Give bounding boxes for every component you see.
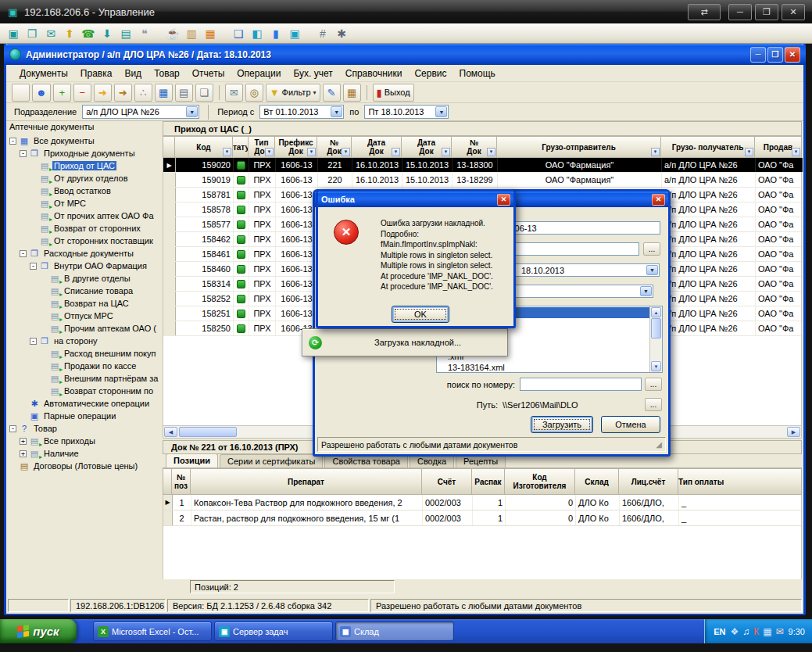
phone-icon[interactable]: ☎ — [80, 26, 96, 41]
menu-item[interactable]: Отчеты — [186, 66, 231, 81]
import-button[interactable]: ➜ — [94, 84, 112, 102]
tree-item[interactable]: ✱Автоматические операции — [8, 397, 163, 410]
filter-arrow-icon[interactable]: ▼ — [307, 148, 316, 156]
collapse-toggle[interactable]: - — [9, 138, 16, 145]
network-icon[interactable]: ▦ — [763, 626, 771, 637]
find-doc-button[interactable]: ◎ — [245, 84, 263, 102]
panel-icon[interactable]: ▮ — [268, 26, 284, 41]
column-header[interactable]: Счёт — [422, 468, 472, 495]
tab[interactable]: Позиции — [166, 453, 218, 468]
mail-button[interactable]: ✉ — [225, 84, 243, 102]
cancel-button[interactable]: Отмена — [601, 416, 660, 433]
steps-button[interactable]: ∴ — [134, 84, 152, 102]
remote-desktop-icon[interactable]: # — [315, 26, 331, 41]
browse-number-button[interactable]: ... — [643, 242, 660, 256]
safe-icon[interactable]: ▦ — [202, 26, 218, 41]
resize-grip[interactable]: ◢ — [656, 440, 662, 449]
filter-arrow-icon[interactable]: ▼ — [223, 148, 231, 156]
tree-item[interactable]: ▤Договоры (Лотовые цены) — [8, 460, 163, 472]
tree-item[interactable]: ▤От прочих аптек ОАО Фа — [8, 210, 163, 222]
outer-close-button[interactable]: ✕ — [782, 4, 805, 20]
language-indicator[interactable]: EN — [714, 627, 725, 636]
exit-button[interactable]: ▮Выход — [373, 84, 414, 102]
chevron-down-icon[interactable]: ▼ — [435, 106, 447, 117]
column-header[interactable]: № Док▼ — [452, 136, 497, 158]
filter-button[interactable]: ▼Фильтр▾ — [266, 84, 320, 102]
chevron-down-icon[interactable]: ▼ — [646, 265, 658, 275]
antivirus-icon[interactable]: К — [753, 626, 759, 637]
collapse-toggle[interactable]: - — [30, 263, 37, 270]
monitor-icon[interactable]: ❐ — [24, 26, 40, 41]
mug-icon[interactable]: ☕ — [165, 26, 181, 41]
database-icon[interactable]: ▤ — [118, 26, 134, 41]
column-header[interactable]: Тип Док▼ — [249, 136, 275, 158]
tree-item[interactable]: ▤От других отделов — [8, 172, 163, 184]
menu-item[interactable]: Помощь — [453, 66, 502, 81]
download-icon[interactable]: ⬇ — [99, 26, 115, 41]
dialog-titlebar[interactable]: Ошибка ✕ — [318, 192, 513, 207]
tree-item[interactable]: ▤Прочим аптекам ОАО ( — [8, 322, 163, 335]
column-header[interactable]: № Док▼ — [317, 136, 352, 158]
tree-item[interactable]: ▤Внешним партнёрам за — [8, 372, 163, 385]
column-header[interactable]: Продав▼ — [755, 136, 802, 158]
tree-item[interactable]: -▦Все документы — [8, 134, 163, 147]
app-titlebar[interactable]: Администратор / а/п ДЛО ЦРА №26 / Дата: … — [4, 44, 806, 65]
taskbar-task[interactable]: ▣Сервер задач — [214, 622, 333, 641]
collapse-toggle[interactable]: - — [20, 150, 27, 157]
tree-item[interactable]: ▤Списание товара — [8, 285, 163, 297]
table-row[interactable]: 159019ПРХ1606-1322016.10.201315.10.20131… — [163, 173, 801, 188]
table-row[interactable]: 2Растан, раствор для подкожного введения… — [163, 510, 801, 526]
menu-item[interactable]: Документы — [13, 66, 74, 81]
mail-icon[interactable]: ✉ — [776, 626, 784, 637]
division-combobox[interactable]: а/п ДЛО ЦРА №26 ▼ — [82, 105, 199, 119]
column-header[interactable]: Префикс Док▼ — [275, 136, 317, 158]
menu-item[interactable]: Товар — [148, 66, 186, 81]
window-icon[interactable]: ❑ — [231, 26, 246, 41]
browse-path-button[interactable]: ... — [645, 398, 662, 411]
start-button[interactable]: пуск — [0, 619, 77, 643]
column-header[interactable]: Склад — [575, 468, 619, 495]
split-view-icon[interactable]: ◧ — [249, 26, 265, 41]
tree-item[interactable]: ▤Возврат от сторонних — [8, 222, 163, 235]
menu-item[interactable]: Операции — [231, 66, 287, 81]
scroll-right-button[interactable]: ▶ — [787, 427, 800, 437]
user-add-button[interactable]: ☻ — [32, 84, 51, 102]
tree-item[interactable]: -❐Приходные документы — [8, 147, 163, 159]
close-button[interactable]: ✕ — [785, 47, 800, 63]
column-header[interactable]: Распак — [472, 468, 505, 495]
outer-maximize-button[interactable]: ❒ — [755, 4, 778, 20]
table-edit-button[interactable]: ✎ — [323, 84, 341, 102]
tree-item[interactable]: ▤Возврат сторонним по — [8, 385, 163, 397]
expand-toggle[interactable]: + — [20, 450, 27, 457]
filter-arrow-icon[interactable]: ▼ — [265, 148, 274, 156]
column-header[interactable]: Грузо- получатель▼ — [661, 136, 755, 158]
scroll-thumb[interactable] — [179, 427, 237, 437]
tree-item[interactable]: ▤Отпуск МРС — [8, 310, 163, 322]
menu-item[interactable]: Правка — [74, 66, 119, 81]
filter-arrow-icon[interactable]: ▼ — [487, 148, 495, 156]
column-header[interactable]: Дата Док▼ — [352, 136, 402, 158]
chevron-down-icon[interactable]: ▼ — [186, 106, 198, 117]
tree-item[interactable]: ▤Приход от ЦАС — [8, 159, 163, 172]
taskbar-task[interactable]: ▦Склад — [335, 622, 454, 641]
filter-arrow-icon[interactable]: ▼ — [745, 148, 753, 156]
search-field[interactable] — [520, 378, 642, 391]
table-row[interactable]: ▶159020ПРХ1606-1322116.10.201315.10.2013… — [163, 158, 801, 173]
add-button[interactable]: + — [53, 84, 71, 102]
menu-item[interactable]: Вид — [118, 66, 148, 81]
tree-item[interactable]: -?Товар — [8, 422, 163, 435]
positions-grid[interactable]: ▶1Копаксон-Тева Раствор для подкожного в… — [163, 495, 802, 579]
tab[interactable]: Серии и сертификаты — [220, 454, 323, 468]
sheet-button[interactable]: ▤ — [175, 84, 193, 102]
collapse-toggle[interactable]: - — [20, 250, 27, 257]
tree-item[interactable]: ▤В другие отделы — [8, 272, 163, 285]
list-item[interactable]: 13-183164.xml — [437, 362, 649, 372]
tree-item[interactable]: +▤Все приходы — [8, 435, 163, 447]
browse-search-button[interactable]: ... — [645, 378, 662, 391]
scroll-thumb[interactable] — [651, 318, 661, 339]
tree-item[interactable]: -❐Внутри ОАО Фармация — [8, 260, 163, 272]
layers-icon[interactable]: ▣ — [287, 26, 302, 41]
session-icon[interactable]: ▣ — [5, 26, 21, 41]
tools-icon[interactable]: ✱ — [334, 26, 349, 41]
outer-titlebar[interactable]: ▣ 192.168.206.6 - Управление ⇄ ─ ❒ ✕ — [0, 0, 812, 23]
